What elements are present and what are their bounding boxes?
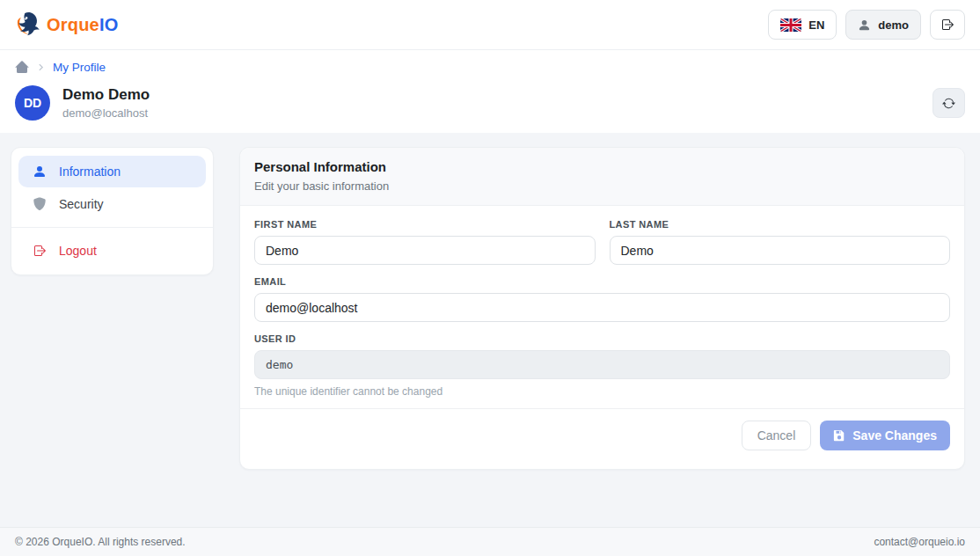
user-id-label: User ID bbox=[254, 333, 950, 344]
save-icon bbox=[833, 429, 845, 442]
sidebar-nav: Information Security bbox=[11, 156, 213, 220]
sidebar-footer: Logout bbox=[11, 235, 213, 267]
card-subtitle: Edit your basic information bbox=[254, 179, 950, 193]
orca-logo-icon bbox=[15, 11, 41, 39]
last-name-group: Last Name bbox=[610, 219, 951, 265]
form-actions: Cancel Save Changes bbox=[254, 409, 950, 464]
refresh-icon bbox=[942, 97, 955, 110]
save-changes-button[interactable]: Save Changes bbox=[820, 421, 950, 450]
brand-logo[interactable]: OrqueIO bbox=[15, 11, 118, 39]
language-label: EN bbox=[808, 18, 824, 32]
content-area: Information Security L bbox=[0, 133, 980, 527]
card-header: Personal Information Edit your basic inf… bbox=[240, 148, 964, 206]
profile-sidebar: Information Security L bbox=[11, 147, 214, 275]
sidebar-divider bbox=[11, 227, 213, 228]
user-label: demo bbox=[878, 18, 909, 32]
card-title: Personal Information bbox=[254, 159, 950, 174]
avatar: DD bbox=[15, 85, 50, 121]
last-name-label: Last Name bbox=[610, 219, 951, 230]
save-button-label: Save Changes bbox=[852, 428, 937, 443]
cancel-button[interactable]: Cancel bbox=[742, 421, 812, 450]
first-name-label: First Name bbox=[254, 219, 596, 230]
personal-information-card: Personal Information Edit your basic inf… bbox=[239, 147, 965, 470]
first-name-group: First Name bbox=[254, 219, 596, 265]
first-name-input[interactable] bbox=[254, 236, 596, 265]
footer-copyright: © 2026 OrqueIO. All rights reserved. bbox=[15, 536, 186, 548]
sidebar-item-label: Security bbox=[59, 197, 104, 211]
logout-icon bbox=[33, 244, 47, 258]
user-id-input bbox=[254, 350, 950, 379]
refresh-button[interactable] bbox=[932, 88, 965, 118]
person-icon bbox=[33, 165, 47, 179]
profile-name: Demo Demo bbox=[62, 86, 150, 104]
email-label: Email bbox=[254, 276, 950, 287]
logout-icon bbox=[940, 18, 954, 32]
footer-contact-email: contact@orqueio.io bbox=[874, 536, 965, 548]
shield-icon bbox=[33, 197, 47, 211]
profile-email: demo@localhost bbox=[62, 106, 150, 120]
home-icon[interactable] bbox=[15, 60, 29, 74]
page-footer: © 2026 OrqueIO. All rights reserved. con… bbox=[0, 527, 980, 556]
sidebar-item-label: Information bbox=[59, 165, 121, 179]
sidebar-item-information[interactable]: Information bbox=[18, 156, 206, 187]
page-header: My Profile DD Demo Demo demo@localhost bbox=[0, 50, 980, 133]
navbar-logout-button[interactable] bbox=[930, 10, 965, 40]
breadcrumb-chevron-icon bbox=[37, 63, 45, 71]
profile-summary: DD Demo Demo demo@localhost bbox=[15, 85, 965, 121]
brand-name: OrqueIO bbox=[47, 15, 118, 35]
top-navbar: OrqueIO EN demo bbox=[0, 0, 980, 50]
user-id-group: User ID The unique identifier cannot be … bbox=[254, 333, 950, 398]
email-input[interactable] bbox=[254, 293, 950, 322]
user-menu-button[interactable]: demo bbox=[845, 10, 921, 40]
profile-identity: Demo Demo demo@localhost bbox=[62, 86, 150, 120]
sidebar-logout-label: Logout bbox=[59, 244, 97, 258]
sidebar-logout-button[interactable]: Logout bbox=[18, 235, 206, 267]
breadcrumb: My Profile bbox=[15, 60, 965, 74]
person-icon bbox=[858, 18, 871, 32]
card-body: First Name Last Name Email User ID The u… bbox=[240, 206, 964, 469]
last-name-input[interactable] bbox=[610, 236, 951, 265]
language-button[interactable]: EN bbox=[768, 10, 837, 40]
email-group: Email bbox=[254, 276, 950, 322]
sidebar-item-security[interactable]: Security bbox=[18, 188, 206, 220]
navbar-actions: EN demo bbox=[768, 10, 965, 40]
uk-flag-icon bbox=[780, 18, 801, 32]
breadcrumb-my-profile-link[interactable]: My Profile bbox=[53, 61, 106, 74]
user-id-help-text: The unique identifier cannot be changed bbox=[254, 385, 950, 398]
